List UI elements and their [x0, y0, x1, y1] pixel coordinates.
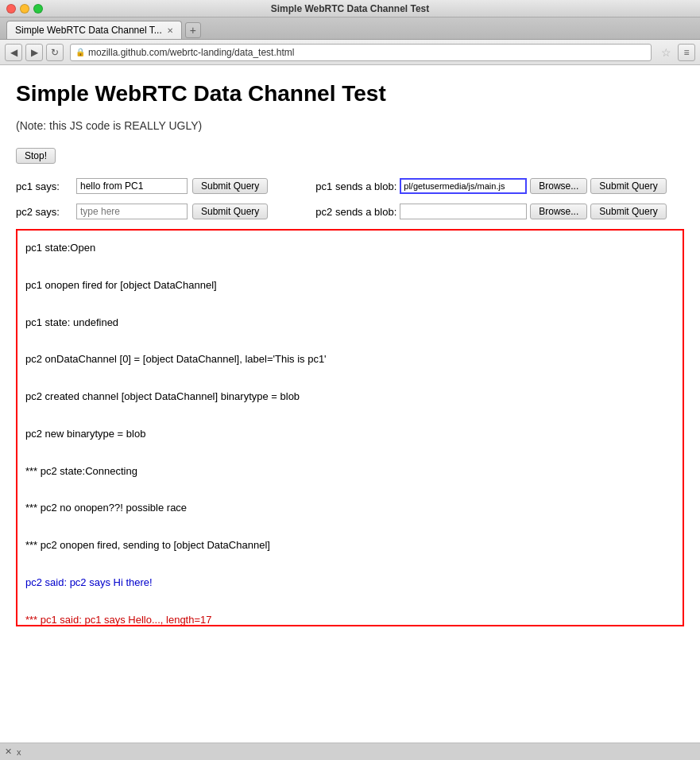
log-line: [25, 406, 675, 425]
close-button[interactable]: [6, 4, 16, 14]
page-content: Simple WebRTC Data Channel Test (Note: t…: [0, 65, 700, 743]
log-line: pc1 state: undefined: [25, 313, 675, 332]
log-line: [25, 555, 675, 573]
back-button[interactable]: ◀: [5, 44, 22, 61]
pc1-blob-submit-button[interactable]: Submit Query: [590, 178, 666, 194]
new-tab-button[interactable]: +: [185, 22, 201, 38]
log-line: pc2 new binarytype = blob: [25, 425, 675, 443]
minimize-button[interactable]: [20, 4, 29, 14]
pc1-says-section: pc1 says: Submit Query: [16, 178, 268, 194]
tab-label: Simple WebRTC Data Channel T...: [15, 25, 162, 36]
active-tab[interactable]: Simple WebRTC Data Channel T... ✕: [6, 21, 182, 39]
pc1-submit-button[interactable]: Submit Query: [192, 178, 268, 194]
menu-button[interactable]: ≡: [678, 44, 695, 61]
pc1-says-input[interactable]: [76, 178, 188, 194]
pc2-blob-section: pc2 sends a blob: Browse... Submit Query: [315, 204, 666, 219]
title-bar: Simple WebRTC Data Channel Test: [0, 0, 700, 17]
address-bar[interactable]: 🔒 mozilla.github.com/webrtc-landing/data…: [70, 44, 652, 61]
log-line: [25, 257, 675, 275]
log-line: pc2 onDataChannel [0] = [object DataChan…: [25, 350, 675, 368]
tab-bar: Simple WebRTC Data Channel T... ✕ +: [0, 17, 700, 40]
pc2-row: pc2 says: Submit Query pc2 sends a blob:…: [16, 204, 684, 219]
lock-icon: 🔒: [75, 48, 85, 56]
log-line: *** pc2 onopen fired, sending to [object…: [25, 536, 675, 554]
log-line: pc1 state:Open: [25, 238, 675, 257]
status-close-icon[interactable]: ✕: [5, 746, 12, 757]
pc2-says-input[interactable]: [76, 204, 188, 219]
pc1-row: pc1 says: Submit Query pc1 sends a blob:…: [16, 178, 684, 194]
log-line: [25, 443, 675, 461]
log-line: [25, 294, 675, 312]
log-area[interactable]: pc1 state:Open pc1 onopen fired for [obj…: [16, 229, 684, 626]
pc1-blob-label: pc1 sends a blob:: [315, 180, 396, 192]
maximize-button[interactable]: [33, 4, 43, 14]
bookmark-icon[interactable]: ☆: [658, 46, 675, 59]
pc1-browse-button[interactable]: Browse...: [530, 178, 587, 194]
log-line: pc1 onopen fired for [object DataChannel…: [25, 276, 675, 294]
reload-button[interactable]: ↻: [46, 44, 64, 61]
log-line: [25, 480, 675, 498]
pc2-blob-submit-button[interactable]: Submit Query: [590, 204, 666, 219]
log-line: *** pc2 state:Connecting: [25, 462, 675, 480]
log-line: pc2 said: pc2 says Hi there!: [25, 573, 675, 591]
pc2-browse-button[interactable]: Browse...: [530, 204, 587, 219]
log-line: *** pc2 no onopen??! possible race: [25, 498, 675, 517]
log-line: [25, 332, 675, 350]
stop-button[interactable]: Stop!: [16, 148, 56, 164]
nav-bar: ◀ ▶ ↻ 🔒 mozilla.github.com/webrtc-landin…: [0, 40, 700, 65]
tab-close-icon[interactable]: ✕: [167, 26, 173, 35]
page-title: Simple WebRTC Data Channel Test: [16, 81, 684, 107]
log-line: [25, 369, 675, 387]
log-line: *** pc1 said: pc1 says Hello..., length=…: [25, 611, 675, 626]
pc2-submit-button[interactable]: Submit Query: [192, 204, 268, 219]
url-display: mozilla.github.com/webrtc-landing/data_t…: [88, 47, 294, 58]
pc1-blob-input[interactable]: [400, 178, 527, 194]
log-line: [25, 591, 675, 610]
status-text: x: [17, 747, 21, 757]
pc2-says-label: pc2 says:: [16, 206, 72, 218]
pc2-says-section: pc2 says: Submit Query: [16, 204, 268, 219]
pc2-blob-label: pc2 sends a blob:: [315, 206, 396, 218]
traffic-lights: [6, 4, 43, 14]
window-title: Simple WebRTC Data Channel Test: [271, 3, 430, 14]
log-line: pc2 created channel [object DataChannel]…: [25, 387, 675, 405]
log-line: [25, 518, 675, 536]
status-bar: ✕ x: [0, 743, 700, 760]
page-subtitle: (Note: this JS code is REALLY UGLY): [16, 119, 684, 132]
forward-button[interactable]: ▶: [25, 44, 43, 61]
pc1-says-label: pc1 says:: [16, 180, 72, 192]
pc1-blob-section: pc1 sends a blob: Browse... Submit Query: [315, 178, 666, 194]
pc2-blob-input[interactable]: [400, 204, 527, 219]
